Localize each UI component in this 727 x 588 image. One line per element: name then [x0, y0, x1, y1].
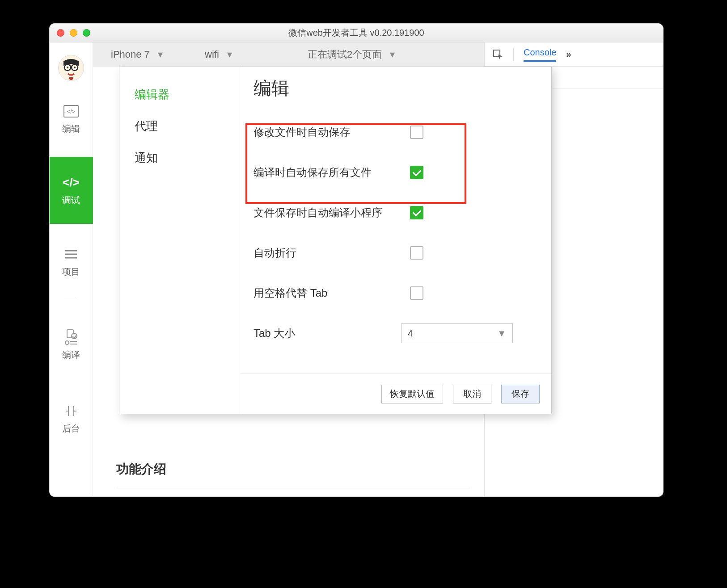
compile-icon	[63, 329, 79, 345]
opt-label: Tab 大小	[254, 326, 410, 340]
svg-text:</>: </>	[63, 176, 79, 189]
settings-panel: 编辑 修改文件时自动保存 编译时自动保存所有文件 文件保存时	[240, 67, 551, 414]
app-window: 微信web开发者工具 v0.20.191900 <	[49, 23, 664, 497]
network-dropdown-value: wifi	[205, 49, 219, 60]
separator	[513, 48, 514, 61]
settings-tabs: 编辑器 代理 通知	[119, 67, 240, 414]
section-heading-func-intro: 功能介绍	[116, 461, 166, 478]
avatar-face-icon	[59, 56, 83, 80]
backend-icon	[63, 403, 79, 419]
settings-panel-title: 编辑	[240, 67, 551, 112]
code-panel-icon: </>	[63, 103, 79, 119]
nav-debug[interactable]: </> 调试	[50, 157, 93, 224]
tab-size-select[interactable]: 4 ▼	[401, 323, 513, 343]
devtools-tab-console[interactable]: Console	[524, 47, 556, 62]
checkbox-autocompile-on-save[interactable]	[410, 206, 423, 219]
chevron-down-icon: ▾	[158, 49, 163, 60]
devtools-tabs-overflow[interactable]: »	[566, 49, 572, 59]
opt-tab-size: Tab 大小 4 ▼	[254, 313, 538, 353]
tab-size-value: 4	[408, 328, 413, 339]
opt-label: 自动折行	[254, 246, 410, 260]
pages-dropdown[interactable]: 正在调试2个页面 ▾	[308, 48, 395, 61]
opt-autocompile-on-save: 文件保存时自动编译小程序	[254, 193, 538, 233]
checkbox-autosave-on-modify[interactable]	[410, 126, 423, 139]
left-nav: </> 编辑 </> 调试 项目	[50, 42, 93, 496]
settings-footer: 恢复默认值 取消 保存	[240, 374, 551, 414]
network-dropdown[interactable]: wifi ▾	[205, 49, 308, 60]
nav-backend-label: 后台	[62, 423, 80, 435]
svg-point-4	[67, 67, 68, 68]
svg-text:</>: </>	[67, 108, 76, 115]
reset-defaults-button[interactable]: 恢复默认值	[381, 385, 443, 403]
settings-tab-proxy[interactable]: 代理	[119, 110, 240, 142]
menu-icon	[63, 246, 79, 262]
svg-point-5	[74, 67, 76, 68]
chevron-down-icon: ▼	[497, 328, 506, 339]
opt-label: 修改文件时自动保存	[254, 125, 410, 139]
devtools-tabs: Console »	[485, 42, 663, 67]
checkbox-autosave-on-compile[interactable]	[410, 166, 423, 179]
checkbox-auto-wrap[interactable]	[410, 246, 423, 260]
content-area: </> 编辑 </> 调试 项目	[50, 42, 663, 496]
settings-tab-editor[interactable]: 编辑器	[119, 79, 240, 110]
nav-edit[interactable]: </> 编辑	[50, 81, 93, 157]
code-icon: </>	[63, 175, 79, 191]
cancel-button[interactable]: 取消	[453, 385, 491, 403]
nav-compile-label: 编译	[62, 349, 80, 361]
nav-project-label: 项目	[62, 266, 80, 278]
settings-dialog: 编辑器 代理 通知 编辑 修改文件时自动保存 编译时自动保存所有文件	[119, 67, 552, 414]
opt-label: 文件保存时自动编译小程序	[254, 206, 410, 220]
settings-tab-notify[interactable]: 通知	[119, 142, 240, 174]
nav-backend[interactable]: 后台	[50, 390, 93, 448]
inspect-element-icon[interactable]	[493, 49, 503, 60]
device-dropdown-value: iPhone 7	[111, 49, 150, 60]
save-button[interactable]: 保存	[501, 385, 540, 403]
opt-autosave-on-compile: 编译时自动保存所有文件	[254, 152, 538, 193]
svg-point-15	[65, 341, 69, 344]
window-title: 微信web开发者工具 v0.20.191900	[50, 27, 663, 39]
top-toolbar: iPhone 7 ▾ wifi ▾ 正在调试2个页面 ▾	[93, 42, 484, 67]
nav-debug-label: 调试	[62, 194, 80, 206]
device-dropdown[interactable]: iPhone 7 ▾	[111, 49, 205, 60]
pages-dropdown-value: 正在调试2个页面	[308, 48, 382, 61]
chevron-down-icon: ▾	[390, 49, 395, 60]
chevron-down-icon: ▾	[227, 49, 232, 60]
nav-compile[interactable]: 编译	[50, 300, 93, 390]
opt-spaces-for-tab: 用空格代替 Tab	[254, 273, 538, 313]
nav-edit-label: 编辑	[62, 123, 80, 135]
opt-label: 用空格代替 Tab	[254, 286, 410, 300]
opt-label: 编译时自动保存所有文件	[254, 165, 410, 180]
main-column: iPhone 7 ▾ wifi ▾ 正在调试2个页面 ▾ 功能介绍	[93, 42, 484, 496]
avatar[interactable]	[58, 55, 84, 81]
divider	[116, 488, 470, 488]
titlebar: 微信web开发者工具 v0.20.191900	[50, 24, 663, 42]
nav-project[interactable]: 项目	[50, 224, 93, 300]
settings-rows: 修改文件时自动保存 编译时自动保存所有文件 文件保存时自动编译小程序	[240, 112, 551, 353]
main-body: 功能介绍 编辑器 代理 通知 编辑 修改文件时自动保存	[93, 67, 484, 496]
opt-auto-wrap: 自动折行	[254, 233, 538, 273]
opt-autosave-on-modify: 修改文件时自动保存	[254, 112, 538, 152]
checkbox-spaces-for-tab[interactable]	[410, 286, 423, 300]
